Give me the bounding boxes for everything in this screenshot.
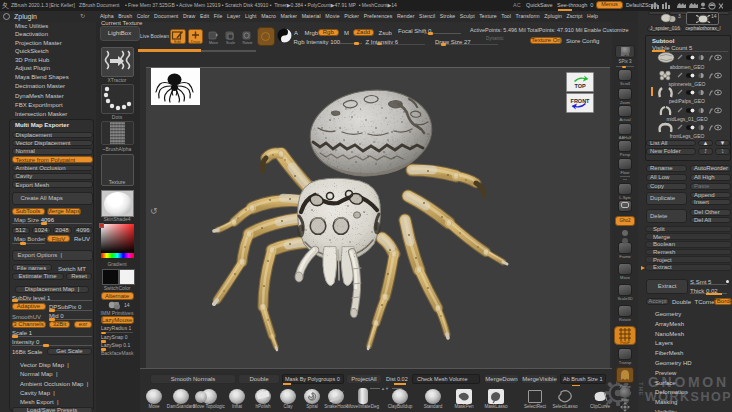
svg-text:Scale: Scale (226, 41, 235, 45)
svg-text:Rotate: Rotate (243, 41, 253, 45)
svg-text:Draw: Draw (191, 38, 200, 43)
svg-text:TOP: TOP (574, 83, 586, 89)
svg-text:Edit: Edit (174, 38, 182, 43)
svg-text:FRONT: FRONT (571, 98, 591, 104)
svg-text:Move: Move (209, 41, 218, 45)
svg-text:PolyF: PolyF (620, 340, 630, 344)
